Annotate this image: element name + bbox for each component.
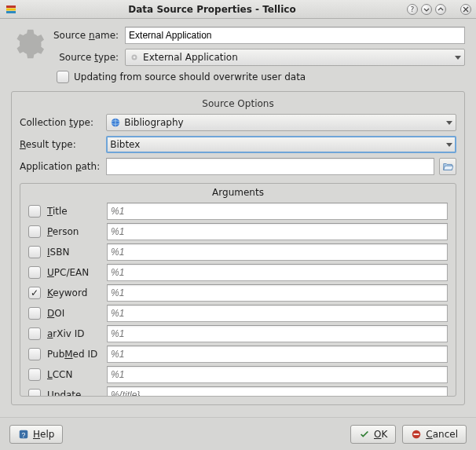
overwrite-label: Updating from source should overwrite us… bbox=[74, 71, 306, 82]
result-type-value: Bibtex bbox=[110, 139, 443, 150]
minimize-button[interactable] bbox=[421, 4, 432, 15]
collection-type-label: Collection type: bbox=[20, 117, 101, 128]
argument-checkbox[interactable] bbox=[28, 205, 41, 218]
svg-rect-10 bbox=[414, 434, 419, 435]
argument-checkbox[interactable] bbox=[28, 246, 41, 258]
check-icon bbox=[359, 429, 370, 440]
argument-row: Keyword bbox=[28, 283, 448, 303]
overwrite-checkbox[interactable] bbox=[57, 71, 69, 83]
argument-row: DOI bbox=[28, 303, 448, 324]
argument-row: Update bbox=[28, 385, 448, 397]
argument-row: Person bbox=[28, 221, 448, 242]
source-type-value: External Application bbox=[143, 52, 452, 63]
app-icon bbox=[5, 3, 17, 16]
arguments-title: Arguments bbox=[20, 187, 456, 198]
gear-small-icon bbox=[129, 52, 140, 63]
argument-label: Person bbox=[47, 226, 102, 237]
source-name-label: Source name: bbox=[53, 30, 120, 41]
svg-rect-0 bbox=[6, 5, 16, 8]
dialog-content: Source name: Source type: External Appli… bbox=[0, 19, 476, 446]
argument-row: arXiv ID bbox=[28, 324, 448, 344]
argument-input[interactable] bbox=[107, 366, 448, 383]
help-button[interactable]: ? Help bbox=[9, 425, 63, 444]
window-buttons: ? bbox=[407, 4, 471, 15]
argument-label: Title bbox=[47, 206, 102, 217]
argument-checkbox[interactable] bbox=[28, 348, 41, 360]
folder-open-icon bbox=[442, 161, 453, 172]
source-type-label: Source type: bbox=[53, 52, 120, 63]
argument-input[interactable] bbox=[107, 203, 448, 220]
argument-label: UPC/EAN bbox=[47, 267, 102, 278]
ok-button[interactable]: OK bbox=[350, 425, 396, 444]
titlebar: Data Source Properties - Tellico ? bbox=[0, 0, 476, 19]
help-titlebar-button[interactable]: ? bbox=[407, 4, 418, 15]
source-name-input[interactable] bbox=[125, 27, 465, 44]
result-type-combo[interactable]: Bibtex bbox=[106, 136, 456, 153]
argument-checkbox[interactable] bbox=[28, 287, 41, 299]
argument-checkbox[interactable] bbox=[28, 389, 41, 397]
chevron-down-icon bbox=[446, 121, 452, 125]
arguments-group: Arguments TitlePersonISBNUPC/EANKeywordD… bbox=[20, 183, 456, 397]
argument-label: Update bbox=[47, 390, 102, 397]
window-title: Data Source Properties - Tellico bbox=[17, 4, 407, 15]
argument-input[interactable] bbox=[107, 325, 448, 342]
result-type-label: Result type: bbox=[20, 139, 101, 150]
argument-input[interactable] bbox=[107, 386, 448, 397]
application-path-label: Application path: bbox=[20, 161, 101, 172]
svg-rect-1 bbox=[6, 8, 16, 10]
help-icon: ? bbox=[18, 429, 29, 440]
argument-checkbox[interactable] bbox=[28, 307, 41, 320]
argument-input[interactable] bbox=[107, 284, 448, 302]
globe-icon bbox=[110, 117, 121, 128]
argument-row: LCCN bbox=[28, 364, 448, 385]
argument-row: UPC/EAN bbox=[28, 262, 448, 283]
close-button[interactable] bbox=[460, 4, 471, 15]
argument-label: arXiv ID bbox=[47, 328, 102, 339]
argument-label: ISBN bbox=[47, 247, 102, 258]
chevron-down-icon bbox=[446, 143, 452, 147]
argument-row: ISBN bbox=[28, 242, 448, 262]
argument-row: Title bbox=[28, 201, 448, 221]
argument-input[interactable] bbox=[107, 264, 448, 281]
argument-input[interactable] bbox=[107, 346, 448, 363]
svg-text:?: ? bbox=[22, 430, 26, 438]
maximize-button[interactable] bbox=[435, 4, 446, 15]
argument-checkbox[interactable] bbox=[28, 327, 41, 340]
argument-checkbox[interactable] bbox=[28, 225, 41, 238]
argument-label: Keyword bbox=[47, 287, 102, 298]
browse-file-button[interactable] bbox=[439, 158, 456, 175]
argument-checkbox[interactable] bbox=[28, 266, 41, 279]
source-options-title: Source Options bbox=[20, 98, 456, 109]
application-path-input[interactable] bbox=[106, 158, 434, 175]
cancel-button[interactable]: Cancel bbox=[402, 425, 467, 444]
button-bar: ? Help OK Cancel bbox=[0, 417, 476, 450]
argument-label: DOI bbox=[47, 308, 102, 319]
argument-row: PubMed ID bbox=[28, 344, 448, 364]
collection-type-combo[interactable]: Bibliography bbox=[106, 114, 456, 131]
argument-checkbox[interactable] bbox=[28, 368, 41, 381]
argument-input[interactable] bbox=[107, 223, 448, 240]
cancel-icon bbox=[411, 429, 422, 440]
argument-label: LCCN bbox=[47, 369, 102, 380]
chevron-down-icon bbox=[455, 56, 461, 60]
svg-rect-2 bbox=[6, 11, 16, 13]
argument-label: PubMed ID bbox=[47, 349, 102, 360]
argument-input[interactable] bbox=[107, 305, 448, 322]
source-type-combo[interactable]: External Application bbox=[125, 49, 465, 66]
svg-point-4 bbox=[134, 57, 136, 59]
source-options-group: Source Options Collection type: Bibliogr… bbox=[11, 91, 465, 405]
gear-icon bbox=[11, 27, 46, 61]
collection-type-value: Bibliography bbox=[124, 117, 443, 128]
argument-input[interactable] bbox=[107, 243, 448, 261]
